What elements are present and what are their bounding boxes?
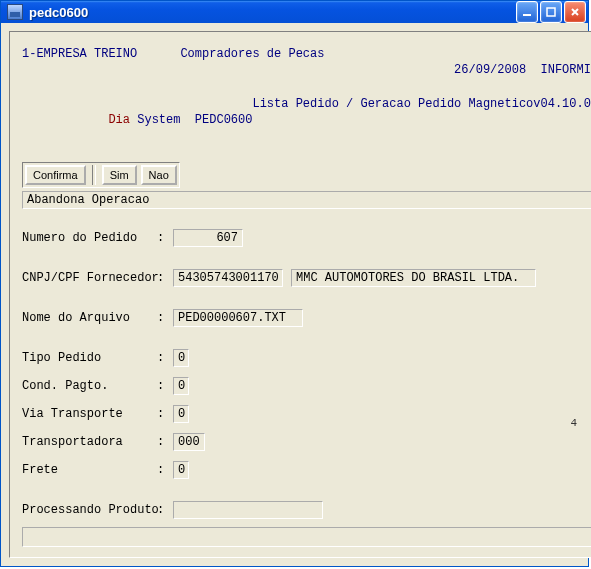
label-cnpj: CNPJ/CPF Fornecedor: [22, 271, 157, 285]
row-frete: Frete : 0: [22, 459, 591, 481]
row-cond: Cond. Pagto. : 0: [22, 375, 591, 397]
colon: :: [157, 311, 173, 325]
field-frete[interactable]: 0: [173, 461, 189, 479]
row-processando: Processando Produto :: [22, 499, 591, 521]
header-block: 1-EMPRESA TREINO Compradores de Pecas 26…: [22, 46, 591, 144]
label-transp: Transportadora: [22, 435, 157, 449]
field-via[interactable]: 0: [173, 405, 189, 423]
close-button[interactable]: [564, 1, 586, 23]
header-db: INFORMIX: [541, 63, 592, 77]
header-system: System PEDC0600: [130, 113, 252, 127]
colon: :: [157, 379, 173, 393]
svg-rect-1: [547, 8, 555, 16]
field-transp[interactable]: 000: [173, 433, 205, 451]
row-numero: Numero do Pedido : 607: [22, 227, 591, 249]
header-subtitle: Lista Pedido / Geracao Pedido Magnetico: [252, 96, 533, 144]
svg-rect-0: [523, 14, 531, 16]
label-arquivo: Nome do Arquivo: [22, 311, 157, 325]
window-buttons: [516, 1, 586, 23]
header-date: 26/09/2008: [454, 63, 526, 77]
corner-mark: 4: [570, 417, 577, 429]
window-title: pedc0600: [29, 5, 516, 20]
titlebar[interactable]: pedc0600: [1, 1, 588, 23]
colon: :: [157, 503, 173, 517]
header-module: Compradores de Pecas: [180, 46, 324, 94]
minimize-button[interactable]: [516, 1, 538, 23]
field-processando: [173, 501, 323, 519]
field-arquivo[interactable]: PED00000607.TXT: [173, 309, 303, 327]
maximize-button[interactable]: [540, 1, 562, 23]
colon: :: [157, 435, 173, 449]
row-tipo: Tipo Pedido : 0: [22, 347, 591, 369]
app-icon: [7, 4, 23, 20]
app-window: pedc0600 1-EMPRESA TREINO Compradores de…: [0, 0, 589, 567]
colon: :: [157, 463, 173, 477]
label-tipo: Tipo Pedido: [22, 351, 157, 365]
label-numero: Numero do Pedido: [22, 231, 157, 245]
header-version: v04.10.05: [533, 96, 591, 144]
colon: :: [157, 351, 173, 365]
sim-button[interactable]: Sim: [102, 165, 137, 185]
header-company: 1-EMPRESA TREINO: [22, 46, 137, 94]
main-panel: 1-EMPRESA TREINO Compradores de Pecas 26…: [9, 31, 591, 558]
colon: :: [157, 231, 173, 245]
field-numero[interactable]: 607: [173, 229, 243, 247]
client-area: 1-EMPRESA TREINO Compradores de Pecas 26…: [1, 23, 588, 566]
status-strip: Abandona Operacao: [22, 191, 591, 209]
field-cond[interactable]: 0: [173, 377, 189, 395]
label-frete: Frete: [22, 463, 157, 477]
confirm-button[interactable]: Confirma: [25, 165, 86, 185]
label-processando: Processando Produto: [22, 503, 157, 517]
bottom-status-bar: [22, 527, 591, 547]
status-text: Abandona Operacao: [27, 193, 149, 207]
field-fornecedor-nome: MMC AUTOMOTORES DO BRASIL LTDA.: [291, 269, 536, 287]
header-row-1: 1-EMPRESA TREINO Compradores de Pecas 26…: [22, 46, 591, 94]
header-row-2: Dia System PEDC0600 Lista Pedido / Gerac…: [22, 96, 591, 144]
row-via: Via Transporte : 0: [22, 403, 591, 425]
form: Numero do Pedido : 607 CNPJ/CPF Forneced…: [22, 227, 591, 527]
header-system-prefix: Dia: [108, 113, 130, 127]
row-transp: Transportadora : 000: [22, 431, 591, 453]
row-cnpj: CNPJ/CPF Fornecedor : 54305743001170 MMC…: [22, 267, 591, 289]
toolbar: Confirma Sim Nao: [22, 162, 591, 188]
colon: :: [157, 271, 173, 285]
nao-button[interactable]: Nao: [141, 165, 177, 185]
row-arquivo: Nome do Arquivo : PED00000607.TXT: [22, 307, 591, 329]
colon: :: [157, 407, 173, 421]
toolbar-separator: [92, 165, 96, 185]
label-cond: Cond. Pagto.: [22, 379, 157, 393]
field-cnpj[interactable]: 54305743001170: [173, 269, 283, 287]
field-tipo[interactable]: 0: [173, 349, 189, 367]
toolbar-group: Confirma Sim Nao: [22, 162, 180, 188]
label-via: Via Transporte: [22, 407, 157, 421]
